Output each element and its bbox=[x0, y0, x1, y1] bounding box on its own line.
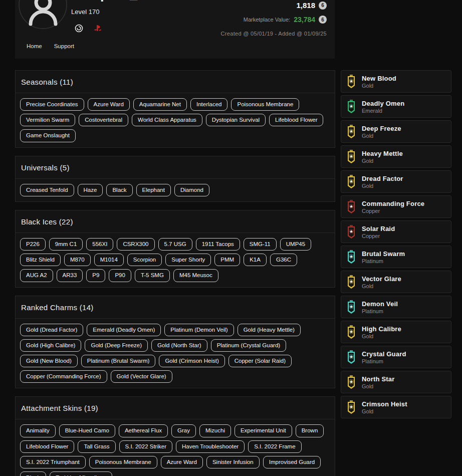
item-pill[interactable]: Game Onslaught bbox=[20, 129, 76, 142]
charm-card-new-blood[interactable]: ★New BloodGold bbox=[341, 70, 451, 93]
item-pill[interactable]: Costovertebral bbox=[79, 114, 128, 126]
item-pill[interactable]: Diamond bbox=[174, 184, 209, 196]
item-pill[interactable]: 9mm C1 bbox=[49, 238, 83, 251]
item-pill[interactable]: Gray bbox=[171, 424, 196, 437]
item-pill[interactable]: AR33 bbox=[57, 269, 83, 282]
charm-card-demon-veil[interactable]: ★Demon VeilPlatinum bbox=[341, 296, 451, 318]
section-title: Seasonals (11) bbox=[16, 71, 335, 93]
section-title: Universals (5) bbox=[16, 156, 335, 179]
item-pill[interactable]: Gold (New Blood) bbox=[20, 355, 78, 367]
item-pill[interactable]: Experimental Unit bbox=[235, 424, 292, 437]
svg-text:★: ★ bbox=[349, 204, 353, 209]
nav-support[interactable]: Support bbox=[54, 43, 74, 49]
charm-card-north-star[interactable]: ★North StarGold bbox=[341, 371, 451, 393]
item-pill[interactable]: Lifeblood Flower bbox=[20, 440, 74, 453]
person-icon bbox=[28, 0, 59, 26]
item-pill[interactable]: P90 bbox=[109, 269, 131, 282]
charm-card-heavy-mettle[interactable]: ★Heavy MettleGold bbox=[341, 145, 451, 168]
item-pill[interactable]: Animality bbox=[20, 424, 56, 437]
item-pill[interactable]: UMP45 bbox=[280, 238, 311, 251]
charm-card-dread-factor[interactable]: ★Dread FactorGold bbox=[341, 170, 451, 193]
item-pill[interactable]: Blitz Shield bbox=[20, 254, 61, 266]
item-pill[interactable]: Platinum (Demon Veil) bbox=[164, 324, 234, 336]
charm-card-deep-freeze[interactable]: ★Deep FreezeGold bbox=[341, 120, 451, 143]
item-pill[interactable]: Aethereal Flux bbox=[119, 424, 168, 437]
charm-tier: Emerald bbox=[362, 108, 404, 114]
item-pill[interactable]: M1014 bbox=[94, 254, 124, 266]
item-pill[interactable]: Improvised Guard bbox=[263, 456, 321, 468]
nav-home[interactable]: Home bbox=[27, 43, 42, 49]
item-pill[interactable]: Super Shorty bbox=[165, 254, 211, 266]
item-pill[interactable]: M870 bbox=[64, 254, 91, 266]
item-pill[interactable]: 556XI bbox=[86, 238, 113, 251]
item-pill[interactable]: Azure Ward bbox=[88, 98, 130, 111]
item-pill[interactable]: Aquamarine Net bbox=[133, 98, 187, 111]
item-pill[interactable]: S.I. 2022 Striker bbox=[119, 440, 172, 453]
item-pill[interactable]: Copper (Commanding Force) bbox=[20, 370, 107, 383]
item-pill[interactable]: T-5 SMG bbox=[135, 269, 170, 282]
inventory-sections: Seasonals (11)Precise CoordinatesAzure W… bbox=[15, 70, 335, 476]
item-pill[interactable]: Gold (North Star) bbox=[151, 339, 207, 352]
item-pill[interactable]: Gold (Crimson Heist) bbox=[159, 355, 224, 367]
item-pill[interactable]: Haven Troubleshooter bbox=[176, 440, 245, 453]
charm-card-high-calibre[interactable]: ★High CalibreGold bbox=[341, 321, 451, 343]
item-pill[interactable]: PMM bbox=[214, 254, 240, 266]
item-pill[interactable]: Poisonous Membrane bbox=[89, 456, 157, 468]
item-pill[interactable]: AUG A2 bbox=[20, 269, 53, 282]
item-pill[interactable]: Gold (Vector Glare) bbox=[111, 370, 172, 383]
item-pill[interactable]: 1911 Tacops bbox=[196, 238, 240, 251]
item-pill[interactable]: S.I. 2022 Triumphant bbox=[20, 456, 86, 468]
item-pill[interactable]: Gold (Heavy Mettle) bbox=[238, 324, 301, 336]
marketplace-value-label: Marketplace Value: bbox=[244, 17, 290, 23]
item-pill[interactable]: P9 bbox=[86, 269, 105, 282]
item-pill[interactable]: Scorpion bbox=[127, 254, 162, 266]
item-pill[interactable]: K1A bbox=[244, 254, 267, 266]
item-pill[interactable]: Haze bbox=[78, 184, 103, 196]
item-pill[interactable]: Creased Tenfold bbox=[20, 184, 74, 196]
item-pill[interactable]: Brown bbox=[296, 424, 324, 437]
charm-tier: Gold bbox=[362, 333, 401, 339]
item-pill[interactable]: Tall Grass bbox=[78, 440, 115, 453]
item-pill[interactable]: Black bbox=[106, 184, 132, 196]
item-pill[interactable]: M45 Meusoc bbox=[173, 269, 218, 282]
charm-card-solar-raid[interactable]: ★Solar RaidCopper bbox=[341, 220, 451, 243]
item-pill[interactable]: Azure Ward bbox=[161, 456, 203, 468]
item-pill[interactable]: Emerald (Deadly Omen) bbox=[87, 324, 161, 336]
item-pill[interactable]: Lifeblood Flower bbox=[269, 114, 323, 126]
charm-card-crystal-guard[interactable]: ★Crystal GuardPlatinum bbox=[341, 346, 451, 368]
item-pill[interactable]: Gold (Deep Freeze) bbox=[85, 339, 148, 352]
item-pill[interactable]: Dystopian Survival bbox=[206, 114, 266, 126]
item-pill[interactable]: World Class Apparatus bbox=[132, 114, 202, 126]
item-pill[interactable]: Sinister Infusion bbox=[206, 456, 260, 468]
item-pill[interactable]: Blue-Hued Camo bbox=[59, 424, 115, 437]
charm-card-deadly-omen[interactable]: ★Deadly OmenEmerald bbox=[341, 95, 451, 118]
item-pill[interactable]: 5.7 USG bbox=[158, 238, 192, 251]
item-pill[interactable]: Vermilion Swarm bbox=[20, 114, 75, 126]
item-pill[interactable]: Trekking Miscellany bbox=[50, 471, 112, 476]
item-pill[interactable]: SMG-11 bbox=[244, 238, 277, 251]
item-pill[interactable]: Gold (Dread Factor) bbox=[20, 324, 83, 336]
charm-card-vector-glare[interactable]: ★Vector GlareGold bbox=[341, 271, 451, 293]
charm-card-brutal-swarm[interactable]: ★Brutal SwarmPlatinum bbox=[341, 246, 451, 268]
item-pill[interactable]: Platinum (Brutal Swarm) bbox=[81, 355, 156, 367]
item-pill[interactable]: P226 bbox=[20, 238, 46, 251]
item-pill[interactable]: Elephant bbox=[136, 184, 171, 196]
charm-tier: Gold bbox=[362, 183, 403, 189]
item-pill[interactable]: Mizuchi bbox=[199, 424, 231, 437]
item-pill[interactable]: Black bbox=[20, 471, 46, 476]
item-pill[interactable]: G36C bbox=[270, 254, 297, 266]
item-pill[interactable]: CSRX300 bbox=[117, 238, 154, 251]
item-pill[interactable]: Precise Coordinates bbox=[20, 98, 84, 111]
svg-text:★: ★ bbox=[349, 104, 353, 109]
item-pill[interactable]: Poisonous Membrane bbox=[231, 98, 299, 111]
charm-card-crimson-heist[interactable]: ★Crimson HeistGold bbox=[341, 396, 451, 418]
page-title-username: Rampaut_on bbox=[70, 0, 155, 2]
item-pill[interactable]: Platinum (Crystal Guard) bbox=[211, 339, 287, 352]
charm-card-commanding-force[interactable]: ★Commanding ForceCopper bbox=[341, 195, 451, 218]
item-pill[interactable]: Gold (High Calibre) bbox=[20, 339, 81, 352]
charm-name: Demon Veil bbox=[362, 300, 398, 308]
charm-name: Deadly Omen bbox=[362, 100, 404, 107]
item-pill[interactable]: Copper (Solar Raid) bbox=[228, 355, 292, 367]
item-pill[interactable]: S.I. 2022 Frame bbox=[248, 440, 301, 453]
item-pill[interactable]: Interlaced bbox=[190, 98, 228, 111]
